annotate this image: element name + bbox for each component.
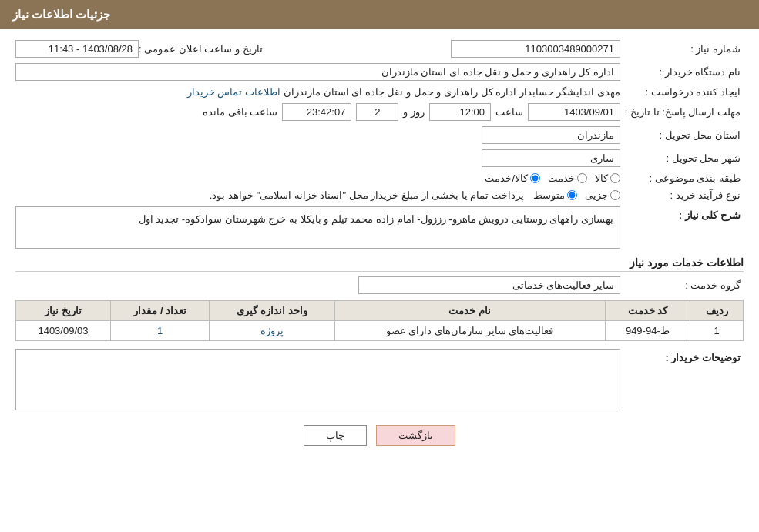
description-value: بهسازی راههای روستایی درویش ماهرو- زززول… [15,206,620,249]
category-label: طبقه بندی موضوعی : [620,172,744,184]
category-value-cell: کالا خدمت کالا/خدمت [15,172,620,184]
buyer-desc-row: توضیحات خریدار : [15,349,744,413]
deadline-row: مهلت ارسال پاسخ: تا تاریخ : 1403/09/01 س… [15,103,744,121]
col-unit: واحد اندازه گیری [210,301,334,321]
creator-name: مهدی اندایشگر حسابدار اداره کل راهداری و… [284,86,620,98]
city-label: شهر محل تحویل : [620,152,744,164]
service-group-value-cell: سایر فعالیت‌های خدماتی [15,276,620,294]
category-kala-label: کالا [595,172,608,184]
buyer-org-value: اداره کل راهداری و حمل و نقل جاده ای است… [15,63,620,81]
buyer-desc-content [15,349,620,413]
process-row: نوع فرآیند خرید : جزیی متوسط پرداخت تمام… [15,189,744,201]
table-header-row: ردیف کد خدمت نام خدمت واحد اندازه گیری ت… [16,301,744,321]
need-number-label: شماره نیاز : [620,43,744,55]
need-number-value-cell: 1103003489000271 [266,40,620,58]
need-number-row: شماره نیاز : 1103003489000271 تاریخ و سا… [15,40,744,58]
city-row: شهر محل تحویل : ساری [15,149,744,167]
buyer-desc-textarea[interactable] [15,349,620,410]
process-motevasset-label: متوسط [533,189,565,201]
process-radio-jozi[interactable]: جزیی [585,189,620,201]
services-table: ردیف کد خدمت نام خدمت واحد اندازه گیری ت… [15,300,744,341]
col-row: ردیف [690,301,744,321]
creator-value-cell: مهدی اندایشگر حسابدار اداره کل راهداری و… [15,86,620,98]
need-number-value: 1103003489000271 [451,40,620,58]
deadline-day-label: روز و [403,106,425,118]
page-container: جزئیات اطلاعات نیاز شماره نیاز : 1103003… [0,0,759,532]
category-row: طبقه بندی موضوعی : کالا خدمت کالا/خدمت [15,172,744,184]
table-cell[interactable]: 1 [110,321,210,341]
city-value-cell: ساری [15,149,620,167]
services-table-container: ردیف کد خدمت نام خدمت واحد اندازه گیری ت… [15,300,744,341]
back-button[interactable]: بازگشت [376,425,455,446]
deadline-days: 2 [356,103,398,121]
service-group-value: سایر فعالیت‌های خدماتی [358,276,620,294]
process-jozi-label: جزیی [585,189,608,201]
table-row: 1ط-94-949فعالیت‌های سایر سازمان‌های دارا… [16,321,744,341]
announce-label: تاریخ و ساعت اعلان عمومی : [139,43,266,55]
services-section-title: اطلاعات خدمات مورد نیاز [15,256,744,272]
description-row: شرح کلی نیاز : بهسازی راههای روستایی درو… [15,206,744,249]
deadline-inline: 1403/09/01 ساعت 12:00 روز و 2 23:42:07 س… [203,103,620,121]
button-row: بازگشت چاپ [15,425,744,446]
creator-label: ایجاد کننده درخواست : [620,86,744,98]
province-value: مازندران [482,126,620,144]
creator-contact-link[interactable]: اطلاعات تماس خریدار [187,86,280,98]
service-group-label: گروه خدمت : [620,279,744,291]
category-radio-kala-khedmat[interactable]: کالا/خدمت [485,172,540,184]
province-value-cell: مازندران [15,126,620,144]
page-header: جزئیات اطلاعات نیاز [0,0,759,29]
category-radio-group: کالا خدمت کالا/خدمت [485,172,620,184]
content-area: شماره نیاز : 1103003489000271 تاریخ و سا… [0,29,759,464]
description-content: بهسازی راههای روستایی درویش ماهرو- زززول… [15,206,620,249]
category-radio-kala[interactable]: کالا [595,172,620,184]
announce-value: 1403/08/28 - 11:43 [15,40,139,58]
city-value: ساری [482,149,620,167]
deadline-remaining-label: ساعت باقی مانده [203,106,277,118]
header-title: جزئیات اطلاعات نیاز [12,8,110,21]
buyer-org-value-cell: اداره کل راهداری و حمل و نقل جاده ای است… [15,63,620,81]
col-code: کد خدمت [605,301,690,321]
buyer-desc-label: توضیحات خریدار : [620,349,744,363]
category-khedmat-label: خدمت [548,172,575,184]
deadline-remaining: 23:42:07 [282,103,351,121]
deadline-label: مهلت ارسال پاسخ: تا تاریخ : [620,106,744,118]
category-radio-khedmat[interactable]: خدمت [548,172,587,184]
province-row: استان محل تحویل : مازندران [15,126,744,144]
buyer-org-row: نام دستگاه خریدار : اداره کل راهداری و ح… [15,63,744,81]
description-label: شرح کلی نیاز : [620,206,744,221]
table-cell[interactable]: پروژه [210,321,334,341]
process-label: نوع فرآیند خرید : [620,189,744,201]
table-cell: 1 [690,321,744,341]
print-button[interactable]: چاپ [304,425,367,446]
buyer-org-label: نام دستگاه خریدار : [620,66,744,78]
col-qty: تعداد / مقدار [110,301,210,321]
category-kala-khedmat-label: کالا/خدمت [485,172,528,184]
process-radio-motevasset[interactable]: متوسط [533,189,577,201]
creator-row: ایجاد کننده درخواست : مهدی اندایشگر حساب… [15,86,744,98]
process-value-cell: جزیی متوسط پرداخت تمام یا بخشی از مبلغ خ… [15,189,620,201]
deadline-time: 12:00 [429,103,491,121]
col-name: نام خدمت [334,301,605,321]
announce-value-cell: 1403/08/28 - 11:43 [15,40,139,58]
table-cell: ط-94-949 [605,321,690,341]
table-cell: 1403/09/03 [16,321,111,341]
deadline-date: 1403/09/01 [528,103,620,121]
table-cell: فعالیت‌های سایر سازمان‌های دارای عضو [334,321,605,341]
deadline-time-label: ساعت [495,106,523,118]
process-radio-group: جزیی متوسط [533,189,620,201]
deadline-value-cell: 1403/09/01 ساعت 12:00 روز و 2 23:42:07 س… [15,103,620,121]
province-label: استان محل تحویل : [620,129,744,141]
process-note: پرداخت تمام یا بخشی از مبلغ خریداز محل "… [210,189,524,201]
service-group-row: گروه خدمت : سایر فعالیت‌های خدماتی [15,276,744,294]
col-date: تاریخ نیاز [16,301,111,321]
